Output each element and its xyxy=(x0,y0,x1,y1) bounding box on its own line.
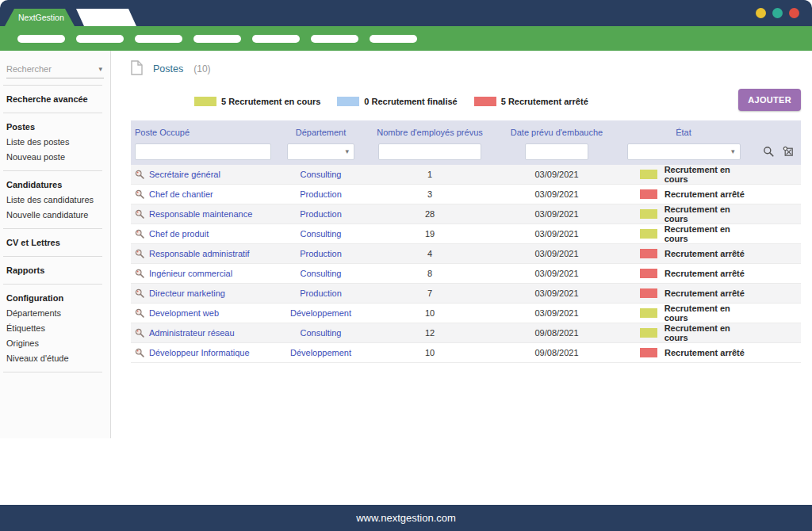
status-cell: Recrutement arrêté xyxy=(612,189,755,199)
poste-link[interactable]: Chef de produit xyxy=(149,229,209,239)
filter-poste-input[interactable] xyxy=(135,143,271,160)
view-poste-icon[interactable] xyxy=(135,229,144,239)
poste-link[interactable]: Développeur Informatique xyxy=(149,348,250,357)
status-cell: Recrutement arrêté xyxy=(612,348,755,357)
window-dot-2[interactable] xyxy=(789,8,799,18)
sidebar-item[interactable]: Origines xyxy=(0,335,110,350)
legend-row: 5 Recrutement en cours0 Recrutement fina… xyxy=(131,90,801,112)
nav-pill[interactable] xyxy=(135,35,182,43)
date-value: 03/09/2021 xyxy=(501,288,612,298)
poste-link[interactable]: Responsable administratif xyxy=(149,249,250,258)
status-cell: Recrutement arrêté xyxy=(612,269,755,278)
status-swatch xyxy=(640,189,657,199)
nombre-value: 10 xyxy=(358,308,501,318)
view-poste-icon[interactable] xyxy=(135,288,144,298)
filter-etat-select[interactable]: ▾ xyxy=(627,143,741,160)
window-dot-0[interactable] xyxy=(756,8,766,18)
page-title: Postes xyxy=(153,63,183,74)
sidebar-section-title[interactable]: Rapports xyxy=(0,262,110,277)
window-dot-1[interactable] xyxy=(772,8,783,18)
poste-cell: Administrateur réseau xyxy=(131,328,283,338)
poste-cell: Responsable maintenance xyxy=(131,209,283,219)
poste-link[interactable]: Development web xyxy=(149,308,219,318)
divider xyxy=(3,256,102,257)
poste-cell: Secrétaire général xyxy=(131,170,283,179)
poste-cell: Développeur Informatique xyxy=(131,348,283,357)
column-header: Département xyxy=(283,128,358,137)
brand-tab[interactable]: NextGestion xyxy=(5,9,75,26)
filter-departement-select[interactable]: ▾ xyxy=(287,143,354,160)
status-swatch xyxy=(640,209,657,219)
poste-link[interactable]: Ingénieur commercial xyxy=(149,269,232,278)
nav-pill[interactable] xyxy=(193,35,241,43)
footer: www.nextgestion.com xyxy=(0,505,812,531)
status-label: Recrutement en cours xyxy=(665,204,755,223)
table-row: Administrateur réseauConsulting1209/08/2… xyxy=(131,323,801,343)
sidebar-section-title[interactable]: CV et Lettres xyxy=(0,235,110,250)
poste-link[interactable]: Chef de chantier xyxy=(149,189,213,199)
date-value: 09/08/2021 xyxy=(501,348,612,357)
nombre-value: 12 xyxy=(358,328,501,338)
view-poste-icon[interactable] xyxy=(135,189,144,199)
sidebar-section-title[interactable]: Recherche avancée xyxy=(0,91,110,106)
date-value: 03/09/2021 xyxy=(501,308,612,318)
chevron-down-icon: ▾ xyxy=(731,147,735,155)
sidebar-section-title[interactable]: Configuration xyxy=(0,290,110,305)
main-content: Postes (10) 5 Recrutement en cours0 Recr… xyxy=(111,51,812,438)
poste-link[interactable]: Responsable maintenance xyxy=(149,209,252,219)
search-icon[interactable] xyxy=(763,146,774,157)
legend-label: 0 Recrutement finalisé xyxy=(364,97,457,106)
view-poste-icon[interactable] xyxy=(135,269,144,278)
nav-pill[interactable] xyxy=(76,35,124,43)
poste-cell: Ingénieur commercial xyxy=(131,269,283,278)
status-cell: Recrutement arrêté xyxy=(612,249,755,258)
sidebar-item[interactable]: Liste des postes xyxy=(0,134,110,149)
sidebar-section-title[interactable]: Candidatures xyxy=(0,177,110,192)
poste-link[interactable]: Administrateur réseau xyxy=(149,328,235,338)
filter-nombre-input[interactable] xyxy=(378,143,481,160)
sidebar-item[interactable]: Niveaux d'étude xyxy=(0,350,110,365)
poste-link[interactable]: Directeur marketing xyxy=(149,288,225,298)
status-swatch xyxy=(640,269,657,278)
window-controls xyxy=(756,8,799,18)
search-select[interactable]: Rechercher ▾ xyxy=(6,62,104,78)
view-poste-icon[interactable] xyxy=(135,308,144,318)
sidebar-item[interactable]: Liste des candidatures xyxy=(0,192,110,207)
filter-date-input[interactable] xyxy=(525,143,588,160)
view-poste-icon[interactable] xyxy=(135,209,144,219)
status-swatch xyxy=(640,170,657,179)
nav-pill[interactable] xyxy=(252,35,300,43)
nombre-value: 28 xyxy=(358,209,501,219)
poste-cell: Chef de chantier xyxy=(131,189,283,199)
chevron-down-icon: ▾ xyxy=(345,147,349,155)
column-header: Date prévu d'embauche xyxy=(501,128,612,137)
poste-link[interactable]: Secrétaire général xyxy=(149,170,220,179)
nombre-value: 1 xyxy=(358,170,501,179)
legend-item: 5 Recrutement arrêté xyxy=(474,97,588,106)
column-header: État xyxy=(612,128,755,137)
nav-pill[interactable] xyxy=(370,35,417,43)
view-poste-icon[interactable] xyxy=(135,170,144,179)
departement-value: Consulting xyxy=(283,229,358,239)
view-poste-icon[interactable] xyxy=(135,328,144,338)
secondary-tab[interactable] xyxy=(76,9,136,26)
status-cell: Recrutement en cours xyxy=(612,323,755,342)
add-button[interactable]: AJOUTER xyxy=(738,89,801,111)
sidebar-item[interactable]: Nouveau poste xyxy=(0,149,110,164)
sidebar-item[interactable]: Étiquettes xyxy=(0,320,110,335)
sidebar-section-title[interactable]: Postes xyxy=(0,119,110,134)
view-poste-icon[interactable] xyxy=(135,249,144,258)
chevron-down-icon: ▾ xyxy=(98,65,102,73)
app-body: Rechercher ▾ Recherche avancéePostesList… xyxy=(0,51,812,438)
nav-pill[interactable] xyxy=(311,35,358,43)
view-poste-icon[interactable] xyxy=(135,348,144,357)
titlebar: NextGestion xyxy=(0,0,812,26)
sidebar-item[interactable]: Départements xyxy=(0,305,110,320)
clear-search-icon[interactable] xyxy=(783,146,794,157)
table-row: Responsable maintenanceProduction2803/09… xyxy=(131,204,801,224)
brand-label: NextGestion xyxy=(18,13,64,22)
date-value: 09/08/2021 xyxy=(501,328,612,338)
table-row: Ingénieur commercialConsulting803/09/202… xyxy=(131,264,801,284)
nav-pill[interactable] xyxy=(17,35,65,43)
sidebar-item[interactable]: Nouvelle candidature xyxy=(0,207,110,222)
